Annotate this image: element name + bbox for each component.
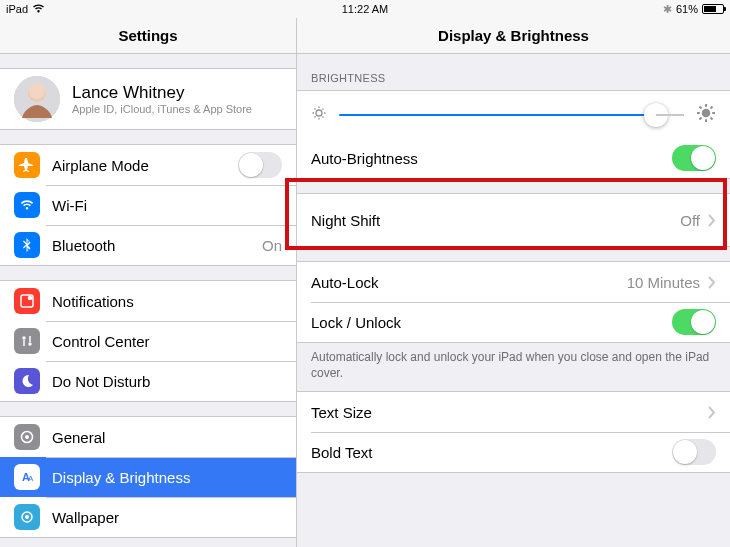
clock: 11:22 AM xyxy=(342,3,388,15)
wallpaper-icon xyxy=(14,504,40,530)
device-label: iPad xyxy=(6,3,28,15)
svg-point-4 xyxy=(28,296,33,301)
lock-unlock-toggle[interactable] xyxy=(672,309,716,335)
row-auto-lock[interactable]: Auto-Lock 10 Minutes xyxy=(297,262,730,302)
chevron-right-icon xyxy=(708,276,716,289)
detail-title: Display & Brightness xyxy=(297,18,730,54)
bold-text-toggle[interactable] xyxy=(672,439,716,465)
detail-pane: Display & Brightness BRIGHTNESS Auto-Bri… xyxy=(297,18,730,547)
profile-name: Lance Whitney xyxy=(72,83,252,103)
avatar xyxy=(14,76,60,122)
notifications-icon xyxy=(14,288,40,314)
brightness-slider[interactable] xyxy=(297,91,730,138)
bluetooth-value: On xyxy=(262,237,282,254)
svg-point-5 xyxy=(22,336,25,339)
profile-group: Lance Whitney Apple ID, iCloud, iTunes &… xyxy=(0,68,296,130)
svg-line-31 xyxy=(711,107,713,109)
row-auto-brightness[interactable]: Auto-Brightness xyxy=(297,138,730,178)
svg-line-32 xyxy=(700,118,702,120)
bluetooth-icon xyxy=(14,232,40,258)
row-lock-unlock[interactable]: Lock / Unlock xyxy=(297,302,730,342)
svg-line-20 xyxy=(315,109,316,110)
wifi-signal-icon xyxy=(32,3,45,15)
svg-text:A: A xyxy=(28,474,34,483)
sidebar-title: Settings xyxy=(0,18,296,54)
svg-point-14 xyxy=(25,515,29,519)
auto-lock-value: 10 Minutes xyxy=(627,274,700,291)
battery-icon xyxy=(702,4,724,14)
svg-point-7 xyxy=(28,342,31,345)
control-center-icon xyxy=(14,328,40,354)
row-night-shift[interactable]: Night Shift Off xyxy=(297,194,730,246)
sidebar-item-general[interactable]: General xyxy=(0,417,296,457)
moon-icon xyxy=(14,368,40,394)
row-text-size[interactable]: Text Size xyxy=(297,392,730,432)
sidebar-item-airplane[interactable]: Airplane Mode xyxy=(0,145,296,185)
sidebar-item-wifi[interactable]: Wi-Fi xyxy=(0,185,296,225)
battery-percent: 61% xyxy=(676,3,698,15)
sidebar-item-notifications[interactable]: Notifications xyxy=(0,281,296,321)
svg-line-23 xyxy=(315,117,316,118)
svg-line-30 xyxy=(711,118,713,120)
sun-bright-icon xyxy=(696,103,716,126)
display-icon: AA xyxy=(14,464,40,490)
sidebar-item-display[interactable]: AA Display & Brightness xyxy=(0,457,296,497)
bluetooth-status-icon: ✱ xyxy=(663,3,672,16)
lock-unlock-footer: Automatically lock and unlock your iPad … xyxy=(297,343,730,391)
auto-brightness-toggle[interactable] xyxy=(672,145,716,171)
row-bold-text[interactable]: Bold Text xyxy=(297,432,730,472)
svg-point-24 xyxy=(702,109,711,118)
chevron-right-icon xyxy=(708,214,716,227)
sun-dim-icon xyxy=(311,105,327,124)
chevron-right-icon xyxy=(708,406,716,419)
svg-line-22 xyxy=(323,109,324,110)
sidebar-item-control-center[interactable]: Control Center xyxy=(0,321,296,361)
gear-icon xyxy=(14,424,40,450)
svg-point-15 xyxy=(316,110,322,116)
settings-sidebar: Settings Lance Whitney Apple ID, iCloud,… xyxy=(0,18,297,547)
airplane-icon xyxy=(14,152,40,178)
svg-line-21 xyxy=(323,117,324,118)
section-brightness-label: BRIGHTNESS xyxy=(297,54,730,90)
svg-point-10 xyxy=(25,435,29,439)
status-bar: iPad 11:22 AM ✱ 61% xyxy=(0,0,730,18)
airplane-toggle[interactable] xyxy=(238,152,282,178)
svg-point-2 xyxy=(29,83,45,99)
wifi-icon xyxy=(14,192,40,218)
sidebar-item-wallpaper[interactable]: Wallpaper xyxy=(0,497,296,537)
sidebar-item-bluetooth[interactable]: Bluetooth On xyxy=(0,225,296,265)
svg-line-29 xyxy=(700,107,702,109)
night-shift-value: Off xyxy=(680,212,700,229)
sidebar-item-dnd[interactable]: Do Not Disturb xyxy=(0,361,296,401)
profile-sub: Apple ID, iCloud, iTunes & App Store xyxy=(72,103,252,115)
sidebar-item-apple-id[interactable]: Lance Whitney Apple ID, iCloud, iTunes &… xyxy=(0,69,296,129)
